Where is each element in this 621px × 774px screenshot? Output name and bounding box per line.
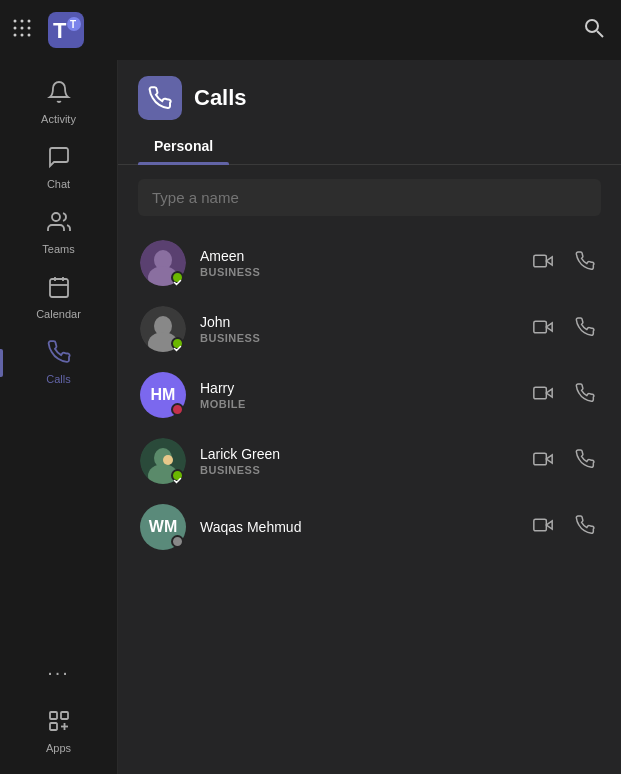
svg-point-6 — [14, 33, 17, 36]
contact-type-larick: BUSINESS — [200, 464, 529, 476]
contact-name-harry: Harry — [200, 380, 529, 396]
sidebar-item-teams[interactable]: Teams — [0, 200, 117, 265]
video-call-button-larick[interactable] — [529, 445, 557, 478]
avatar-wrap-waqas: WM — [140, 504, 186, 550]
contact-row-harry[interactable]: HM Harry MOBILE — [128, 362, 611, 428]
svg-marker-43 — [546, 520, 552, 528]
contact-row-john[interactable]: John BUSINESS — [128, 296, 611, 362]
contact-actions-harry — [529, 379, 599, 412]
svg-rect-29 — [534, 255, 547, 267]
svg-point-5 — [28, 26, 31, 29]
contact-actions-larick — [529, 445, 599, 478]
svg-point-0 — [14, 19, 17, 22]
contact-name-john: John — [200, 314, 529, 330]
contact-actions-john — [529, 313, 599, 346]
sidebar-item-apps[interactable]: Apps — [0, 699, 117, 764]
audio-call-button-ameen[interactable] — [571, 247, 599, 280]
svg-text:T: T — [53, 18, 67, 43]
status-dot-harry — [171, 403, 184, 416]
audio-call-button-waqas[interactable] — [571, 511, 599, 544]
teams-icon — [47, 210, 71, 240]
audio-call-button-larick[interactable] — [571, 445, 599, 478]
contact-type-ameen: BUSINESS — [200, 266, 529, 278]
sidebar-more-button[interactable]: ··· — [0, 651, 117, 694]
avatar-wrap-harry: HM — [140, 372, 186, 418]
svg-rect-20 — [50, 712, 57, 719]
status-dot-john — [171, 337, 184, 350]
svg-rect-22 — [50, 723, 57, 730]
video-call-button-john[interactable] — [529, 313, 557, 346]
svg-rect-44 — [534, 519, 547, 531]
contact-info-larick: Larick Green BUSINESS — [200, 446, 529, 476]
status-dot-waqas — [171, 535, 184, 548]
svg-point-8 — [28, 33, 31, 36]
svg-marker-28 — [546, 256, 552, 264]
svg-rect-34 — [534, 321, 547, 333]
contact-info-john: John BUSINESS — [200, 314, 529, 344]
svg-point-7 — [21, 33, 24, 36]
sidebar: Activity Chat Teams — [0, 60, 118, 774]
svg-rect-16 — [50, 279, 68, 297]
video-call-button-harry[interactable] — [529, 379, 557, 412]
sidebar-item-chat[interactable]: Chat — [0, 135, 117, 200]
sidebar-label-calendar: Calendar — [36, 308, 81, 320]
svg-marker-41 — [546, 454, 552, 462]
tabs-bar: Personal — [118, 128, 621, 165]
avatar-wrap-larick — [140, 438, 186, 484]
sidebar-item-activity[interactable]: Activity — [0, 70, 117, 135]
search-box[interactable] — [138, 179, 601, 216]
calendar-icon — [47, 275, 71, 305]
main-panel: Calls Personal Ameen BUSINESS — [118, 60, 621, 774]
chat-icon — [47, 145, 71, 175]
svg-point-4 — [21, 26, 24, 29]
more-icon: ··· — [47, 661, 70, 684]
search-input[interactable] — [152, 189, 587, 206]
audio-call-button-john[interactable] — [571, 313, 599, 346]
sidebar-label-chat: Chat — [47, 178, 70, 190]
svg-point-2 — [28, 19, 31, 22]
sidebar-label-teams: Teams — [42, 243, 74, 255]
svg-marker-33 — [546, 322, 552, 330]
calls-header-icon — [138, 76, 182, 120]
contact-row-ameen[interactable]: Ameen BUSINESS — [128, 230, 611, 296]
activity-icon — [47, 80, 71, 110]
contact-list: Ameen BUSINESS John BU — [118, 230, 621, 774]
svg-point-15 — [52, 213, 60, 221]
apps-icon — [47, 709, 71, 739]
svg-point-1 — [21, 19, 24, 22]
video-call-button-ameen[interactable] — [529, 247, 557, 280]
search-icon[interactable] — [583, 17, 605, 44]
sidebar-item-calls[interactable]: Calls — [0, 330, 117, 395]
sidebar-item-calendar[interactable]: Calendar — [0, 265, 117, 330]
contact-actions-waqas — [529, 511, 599, 544]
contact-name-waqas: Waqas Mehmud — [200, 519, 529, 535]
audio-call-button-harry[interactable] — [571, 379, 599, 412]
svg-rect-21 — [61, 712, 68, 719]
active-indicator — [0, 349, 3, 377]
svg-rect-42 — [534, 453, 547, 465]
top-bar: T T — [0, 0, 621, 60]
grid-icon[interactable] — [12, 18, 32, 43]
sidebar-label-calls: Calls — [46, 373, 70, 385]
svg-rect-36 — [534, 387, 547, 399]
main-header: Calls — [118, 60, 621, 120]
svg-point-3 — [14, 26, 17, 29]
status-dot-larick — [171, 469, 184, 482]
status-dot-ameen — [171, 271, 184, 284]
svg-line-14 — [597, 31, 603, 37]
teams-logo: T T — [48, 12, 84, 48]
sidebar-label-activity: Activity — [41, 113, 76, 125]
svg-marker-35 — [546, 388, 552, 396]
tab-personal[interactable]: Personal — [138, 128, 229, 164]
contact-type-john: BUSINESS — [200, 332, 529, 344]
contact-name-larick: Larick Green — [200, 446, 529, 462]
contact-type-harry: MOBILE — [200, 398, 529, 410]
contact-row-waqas[interactable]: WM Waqas Mehmud — [128, 494, 611, 560]
contact-actions-ameen — [529, 247, 599, 280]
contact-row-larick[interactable]: Larick Green BUSINESS — [128, 428, 611, 494]
contact-info-ameen: Ameen BUSINESS — [200, 248, 529, 278]
avatar-wrap-ameen — [140, 240, 186, 286]
sidebar-label-apps: Apps — [46, 742, 71, 754]
calls-sidebar-icon — [47, 340, 71, 370]
video-call-button-waqas[interactable] — [529, 511, 557, 544]
